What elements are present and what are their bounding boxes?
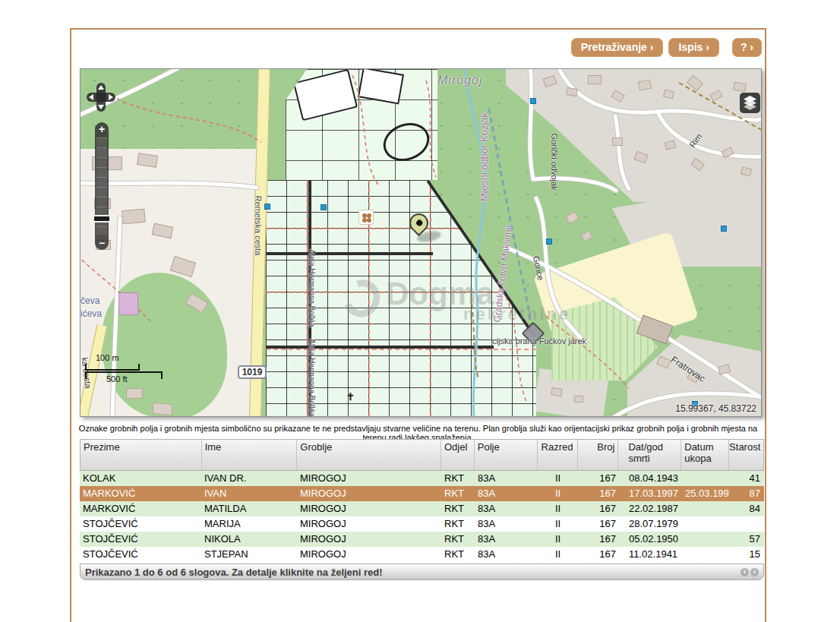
print-button[interactable]: Ispis ›: [668, 38, 718, 57]
label-ceva: čeva: [81, 295, 99, 306]
table-cell: MIROGOJ: [297, 516, 441, 532]
table-cell: MIROGOJ: [297, 532, 441, 547]
scale-bar: 100 m 500 ft: [84, 353, 167, 396]
column-header: Groblje: [297, 440, 441, 470]
label-aleja-2: Aleja Hermanna Bolléa: [308, 329, 316, 418]
map[interactable]: ✝ Dogma nekretnine Mirogoj Mjesni odbor …: [80, 68, 762, 417]
label-aleja: Aleja Hermanna Bolléa: [308, 239, 316, 338]
table-cell: 167: [578, 501, 619, 516]
toolbar: Pretraživanje › Ispis › ? ›: [571, 38, 762, 57]
pan-down-icon[interactable]: [98, 105, 104, 109]
label-mirogoj: Mirogoj: [437, 74, 482, 87]
church-icon: [358, 210, 374, 225]
table-cell: II: [538, 547, 578, 562]
pager-next-button[interactable]: ›: [750, 568, 759, 576]
help-button[interactable]: ? ›: [732, 38, 762, 57]
results-table-header: PrezimeImeGrobljeOdjelPoljeRazredBrojDat…: [80, 439, 764, 471]
map-marker[interactable]: [546, 238, 552, 245]
table-cell: 83A: [475, 532, 538, 547]
table-cell: RKT: [441, 516, 475, 532]
table-cell: 167: [578, 516, 619, 532]
table-cell: RKT: [441, 532, 475, 547]
pager: ‹ ›: [741, 568, 759, 576]
table-cell: 83A: [475, 501, 538, 516]
column-header: Prezime: [81, 440, 202, 470]
table-cell: 83A: [475, 471, 538, 486]
table-row-selected[interactable]: MARKOVIĆIVANMIROGOJRKT83AII16717.03.1997…: [80, 486, 764, 501]
table-cell: 17.03.1997: [619, 486, 682, 501]
table-cell: 167: [578, 547, 619, 562]
table-cell: MIROGOJ: [297, 486, 441, 501]
table-cell: RKT: [441, 501, 475, 516]
table-row[interactable]: MARKOVIĆMATILDAMIROGOJRKT83AII16722.02.1…: [80, 501, 764, 516]
zoom-in-icon[interactable]: +: [95, 123, 109, 135]
table-row[interactable]: STOJČEVIĆSTJEPANMIROGOJRKT83AII16711.02.…: [80, 547, 764, 562]
table-cell: 83A: [475, 516, 538, 532]
table-cell: 83A: [475, 547, 538, 562]
column-header: Razred: [538, 440, 578, 470]
table-cell: [682, 532, 730, 547]
zoom-out-icon[interactable]: −: [95, 237, 109, 249]
search-button[interactable]: Pretraživanje ›: [571, 38, 664, 57]
scale-imperial-label: 500 ft: [106, 374, 128, 384]
column-header: Dat/god smrti: [618, 440, 681, 470]
mouse-coordinates: 15.99367, 45.83722: [675, 403, 756, 414]
table-cell: 87: [730, 486, 764, 501]
table-cell: 22.02.1987: [619, 501, 682, 516]
table-cell: IVAN: [201, 486, 297, 501]
table-cell: 84: [730, 501, 764, 516]
table-row[interactable]: STOJČEVIĆNIKOLAMIROGOJRKT83AII16705.02.1…: [80, 532, 764, 547]
label-remetska: Remetska cesta: [254, 191, 263, 260]
pager-prev-button[interactable]: ‹: [741, 568, 749, 576]
table-cell: 15: [730, 547, 764, 562]
cross-icon: ✝: [346, 391, 355, 403]
table-cell: 05.02.1950: [619, 532, 682, 547]
column-header: Datum ukopa: [681, 440, 729, 470]
table-cell: II: [538, 501, 578, 516]
table-cell: [682, 516, 730, 532]
table-cell: MIROGOJ: [297, 501, 441, 516]
zoom-slider-handle[interactable]: [93, 215, 111, 223]
map-marker[interactable]: [530, 98, 536, 104]
table-cell: KOLAK: [80, 471, 201, 486]
table-footer: Prikazano 1 do 6 od 6 slogova. Za detalj…: [80, 564, 764, 580]
layers-icon: [740, 93, 760, 113]
table-cell: II: [538, 486, 578, 501]
table-cell: 08.04.1943: [619, 471, 682, 486]
table-cell: STJEPAN: [201, 547, 297, 562]
table-cell: 28.07.1979: [619, 516, 682, 532]
table-cell: [682, 501, 730, 516]
table-cell: 167: [578, 532, 619, 547]
map-marker[interactable]: [321, 204, 327, 210]
pan-up-icon[interactable]: [98, 85, 104, 90]
map-marker[interactable]: [264, 204, 270, 210]
table-row[interactable]: STOJČEVIĆMARIJAMIROGOJRKT83AII16728.07.1…: [80, 516, 764, 532]
table-cell: II: [538, 516, 578, 532]
map-marker[interactable]: [721, 226, 727, 232]
table-cell: NIKOLA: [201, 532, 297, 547]
table-cell: [682, 547, 730, 562]
pan-left-icon[interactable]: [89, 94, 93, 100]
layer-switcher-button[interactable]: [740, 93, 760, 113]
label-kozjak: Mjesni odbor Kozjak: [478, 107, 490, 207]
pan-right-icon[interactable]: [109, 94, 113, 100]
label-goricki: Gorički odvojak: [550, 128, 559, 196]
table-cell: II: [538, 471, 578, 486]
table-cell: 11.02.1941: [619, 547, 682, 562]
table-cell: STOJČEVIĆ: [80, 547, 201, 562]
table-cell: 167: [578, 486, 619, 501]
column-header: Odjel: [441, 440, 475, 470]
table-cell: MATILDA: [201, 501, 297, 516]
table-cell: 25.03.1997: [682, 486, 730, 501]
table-cell: [730, 516, 764, 532]
table-footer-text: Prikazano 1 do 6 od 6 slogova. Za detalj…: [85, 567, 383, 578]
page-container: Pretraživanje › Ispis › ? ›: [70, 28, 766, 622]
road-badge-1019: 1019: [238, 365, 267, 379]
table-row[interactable]: KOLAKIVAN DR.MIROGOJRKT83AII16708.04.194…: [80, 471, 764, 486]
column-header: Broj: [578, 440, 619, 470]
pan-control[interactable]: [87, 83, 115, 112]
table-cell: RKT: [441, 486, 475, 501]
table-cell: RKT: [441, 471, 475, 486]
results-table-body: KOLAKIVAN DR.MIROGOJRKT83AII16708.04.194…: [80, 471, 764, 562]
zoom-slider[interactable]: + −: [95, 122, 109, 250]
